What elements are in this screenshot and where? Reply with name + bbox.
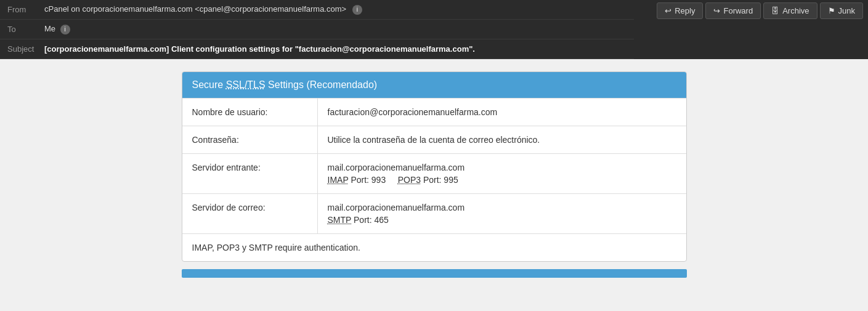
imap-port: Port: 993 [351, 175, 386, 185]
email-header: From cPanel on corporacionemanuelfarma.c… [0, 0, 868, 59]
to-label: To [7, 25, 44, 34]
outgoing-label: Servidor de correo: [182, 194, 318, 233]
junk-icon: ⚑ [828, 6, 835, 15]
pop3-label: POP3 [398, 175, 421, 185]
settings-header: Secure SSL/TLS Settings (Recomendado) [182, 72, 686, 98]
tls-label: SSL/TLS [226, 79, 266, 90]
outgoing-value: mail.corporacionemanuelfarma.com SMTP Po… [318, 194, 686, 233]
incoming-ports: IMAP Port: 993 POP3 Port: 995 [328, 175, 458, 185]
password-label: Contraseña: [182, 126, 318, 153]
junk-button[interactable]: ⚑ Junk [820, 2, 863, 19]
email-body: Secure SSL/TLS Settings (Recomendado) No… [0, 59, 868, 290]
subject-label: Subject [7, 44, 44, 54]
toolbar: ↩ Reply ↪ Forward 🗄 Archive ⚑ Junk [657, 2, 863, 19]
archive-button[interactable]: 🗄 Archive [763, 2, 817, 19]
settings-footer: IMAP, POP3 y SMTP require authentication… [182, 233, 686, 261]
reply-button[interactable]: ↩ Reply [657, 2, 703, 19]
incoming-row: Servidor entrante: mail.corporacionemanu… [182, 153, 686, 193]
username-value: facturacion@corporacionemanuelfarma.com [318, 99, 686, 126]
pop3-port: Port: 995 [423, 175, 458, 185]
me-icon: i [60, 25, 70, 34]
reply-icon: ↩ [665, 6, 671, 15]
forward-icon: ↪ [713, 6, 720, 15]
from-row: From cPanel on corporacionemanuelfarma.c… [0, 0, 634, 20]
smtp-label: SMTP [328, 215, 352, 225]
password-row: Contraseña: Utilice la contraseña de la … [182, 126, 686, 153]
from-value: cPanel on corporacionemanuelfarma.com <c… [44, 4, 627, 15]
outgoing-row: Servidor de correo: mail.corporacioneman… [182, 193, 686, 233]
incoming-server: mail.corporacionemanuelfarma.com [328, 163, 676, 172]
outgoing-server: mail.corporacionemanuelfarma.com [328, 203, 676, 212]
from-label: From [7, 5, 44, 14]
settings-table: Secure SSL/TLS Settings (Recomendado) No… [182, 71, 687, 262]
password-value: Utilice la contraseña de la cuenta de co… [318, 126, 686, 153]
settings-title: Secure SSL/TLS Settings (Recomendado) [192, 79, 378, 90]
from-icon: i [352, 5, 362, 15]
username-row: Nombre de usuario: facturacion@corporaci… [182, 98, 686, 126]
to-row: To Me i [0, 20, 634, 39]
subject-value: [corporacionemanuelfarma.com] Client con… [44, 44, 627, 54]
outgoing-ports: SMTP Port: 465 [328, 215, 389, 225]
incoming-label: Servidor entrante: [182, 154, 318, 193]
imap-label: IMAP [328, 175, 349, 185]
email-content: Secure SSL/TLS Settings (Recomendado) No… [182, 71, 687, 278]
forward-button[interactable]: ↪ Forward [705, 2, 761, 19]
subject-row: Subject [corporacionemanuelfarma.com] Cl… [0, 39, 634, 59]
archive-icon: 🗄 [771, 6, 779, 15]
incoming-value: mail.corporacionemanuelfarma.com IMAP Po… [318, 154, 686, 193]
to-value: Me i [44, 24, 627, 34]
smtp-port: Port: 465 [354, 215, 389, 225]
bottom-bar [182, 269, 687, 278]
username-label: Nombre de usuario: [182, 99, 318, 126]
